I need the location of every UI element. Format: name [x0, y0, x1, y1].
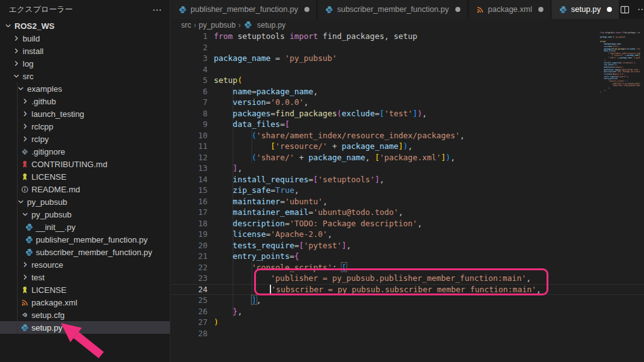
code-token: install_requires — [233, 175, 308, 184]
code-line[interactable]: 19 license='Apache-2.0', — [171, 229, 644, 240]
sidebar-item-py-pubsub[interactable]: py_pubsub — [0, 208, 170, 221]
sidebar-item-launch-testing[interactable]: launch_testing — [0, 107, 170, 120]
sidebar-item-resource[interactable]: resource — [0, 258, 170, 271]
item-label: .github — [31, 97, 56, 106]
item-label: src — [23, 72, 33, 81]
editor-more-actions-icon[interactable]: ⋯ — [637, 4, 644, 15]
code-line[interactable]: 26 }, — [171, 306, 644, 317]
code-editor[interactable]: 1from setuptools import find_packages, s… — [171, 31, 644, 362]
sidebar-item-py-pubsub[interactable]: py_pubsub — [0, 195, 170, 208]
line-number: 25 — [171, 295, 208, 306]
code-line[interactable]: 9 data_files=[ — [171, 119, 644, 130]
code-line[interactable]: 8 packages=find_packages(exclude=['test'… — [171, 108, 644, 119]
code-line[interactable]: 13 ], — [171, 163, 644, 174]
code-line[interactable]: 4 — [171, 64, 644, 75]
code-token: , — [294, 185, 299, 195]
code-line[interactable]: 3package_name = 'py_pubsub' — [171, 53, 644, 64]
sidebar-item-examples[interactable]: examples — [0, 82, 170, 95]
sidebar-item-rclcpp[interactable]: rclcpp — [0, 120, 170, 133]
code-line[interactable]: 17 maintainer_email='ubuntu@todo.todo', — [171, 207, 644, 218]
code-line[interactable]: 7 version='0.0.0', — [171, 97, 644, 108]
code-token: ] — [441, 153, 446, 162]
code-text: install_requires=['setuptools'], — [208, 174, 384, 185]
explorer-more-actions-icon[interactable]: ⋯ — [152, 4, 162, 16]
code-token: = — [280, 197, 285, 206]
code-token: packages — [233, 109, 270, 118]
code-token: 'TODO: Package description' — [289, 219, 417, 228]
code-line[interactable]: 18 description='TODO: Package descriptio… — [171, 218, 644, 229]
code-token: = — [270, 53, 285, 63]
sidebar-item-setup-py[interactable]: setup.py — [0, 321, 170, 334]
tab-subscriber-member-function-py[interactable]: subscriber_member_function.py — [318, 0, 469, 19]
line-number: 26 — [171, 306, 208, 317]
item-label: publisher_member_function.py — [36, 235, 148, 244]
tab-publisher-member-function-py[interactable]: publisher_member_function.py — [171, 0, 318, 19]
sidebar-item-ros2-ws[interactable]: ROS2_WS — [0, 19, 170, 32]
code-line[interactable]: 28 — [171, 328, 644, 339]
code-text: }, — [208, 306, 242, 317]
line-number: 3 — [171, 53, 208, 64]
code-line[interactable]: 20 tests_require=['pytest'], — [171, 240, 644, 251]
dirty-indicator[interactable] — [455, 7, 460, 12]
tab-package-xml[interactable]: package.xml — [469, 0, 552, 19]
code-line[interactable]: 25 ], — [171, 295, 644, 306]
code-token — [214, 295, 252, 305]
code-line[interactable]: 6 name=package_name, — [171, 86, 644, 97]
code-token: ( — [252, 153, 257, 162]
sidebar-item-setup-cfg[interactable]: setup.cfg — [0, 309, 170, 321]
sidebar-item-build[interactable]: build — [0, 32, 170, 45]
line-number: 12 — [171, 152, 208, 163]
code-line[interactable]: 27) — [171, 317, 644, 328]
sidebar-item-src[interactable]: src — [0, 70, 170, 82]
code-line[interactable]: 21 entry_points={ — [171, 251, 644, 262]
code-token: find_packages — [275, 109, 337, 118]
python-icon — [325, 4, 334, 14]
item-label: py_pubsub — [27, 197, 67, 207]
code-line[interactable]: 2 — [171, 42, 644, 53]
code-token — [214, 219, 233, 228]
sidebar-item--init-py[interactable]: __init__.py — [0, 221, 170, 233]
code-token — [214, 263, 252, 272]
code-line[interactable]: 14 install_requires=['setuptools'], — [171, 174, 644, 185]
sidebar-item--gitignore[interactable]: .gitignore — [0, 145, 170, 158]
sidebar-item-package-xml[interactable]: package.xml — [0, 296, 170, 309]
sidebar-item-readme-md[interactable]: README.md — [0, 183, 170, 195]
code-line[interactable]: 24 'subscriber = py_pubsub.subscriber_me… — [171, 284, 644, 295]
breadcrumb-item-py-pubsub[interactable]: py_pubsub — [199, 21, 236, 30]
code-token: [ — [379, 109, 384, 118]
sidebar-item-license[interactable]: LICENSE — [0, 283, 170, 296]
sidebar-item-install[interactable]: install — [0, 45, 170, 57]
breadcrumb-item-setup-py[interactable]: setup.py — [243, 20, 286, 30]
dirty-indicator[interactable] — [607, 7, 612, 12]
split-editor-icon[interactable] — [620, 5, 630, 14]
code-line[interactable]: 23 'publisher = py_pubsub.publisher_memb… — [171, 273, 644, 284]
code-line[interactable]: 1from setuptools import find_packages, s… — [171, 31, 644, 42]
sidebar-item-test[interactable]: test — [0, 271, 170, 283]
code-token: 'subscriber = py_pubsub.subscriber_membe… — [271, 285, 536, 294]
sidebar-item-log[interactable]: log — [0, 57, 170, 70]
sidebar-item-rclpy[interactable]: rclpy — [0, 133, 170, 145]
sidebar-item--github[interactable]: .github — [0, 95, 170, 107]
code-token: ( — [252, 131, 257, 140]
sidebar-item-contributing-md[interactable]: CONTRIBUTING.md — [0, 158, 170, 170]
code-token: , — [238, 163, 243, 173]
code-line[interactable]: 22 'console_scripts': [ — [171, 262, 644, 273]
code-line[interactable]: 15 zip_safe=True, — [171, 185, 644, 196]
code-line[interactable]: 11 ['resource/' + package_name]), — [171, 141, 644, 152]
code-line[interactable]: 5setup( — [171, 75, 644, 86]
dirty-indicator[interactable] — [304, 7, 309, 12]
sidebar-item-subscriber-member-function-py[interactable]: subscriber_member_function.py — [0, 246, 170, 258]
code-line[interactable]: 10 ('share/ament_index/resource_index/pa… — [171, 130, 644, 141]
code-token: , — [399, 207, 404, 217]
code-token: zip_safe — [233, 185, 270, 195]
sidebar-item-publisher-member-function-py[interactable]: publisher_member_function.py — [0, 233, 170, 246]
minimap[interactable]: from setuptools import find_packages, se… — [600, 31, 640, 106]
tab-setup-py[interactable]: setup.py — [552, 0, 620, 19]
breadcrumb-item-src[interactable]: src — [181, 21, 191, 30]
dirty-indicator[interactable] — [538, 7, 543, 12]
code-line[interactable]: 12 ('share/' + package_name, ['package.x… — [171, 152, 644, 163]
line-number: 20 — [171, 240, 208, 251]
sidebar-item-license[interactable]: LICENSE — [0, 170, 170, 183]
code-line[interactable]: 16 maintainer='ubuntu', — [171, 196, 644, 207]
license-icon — [20, 172, 30, 182]
